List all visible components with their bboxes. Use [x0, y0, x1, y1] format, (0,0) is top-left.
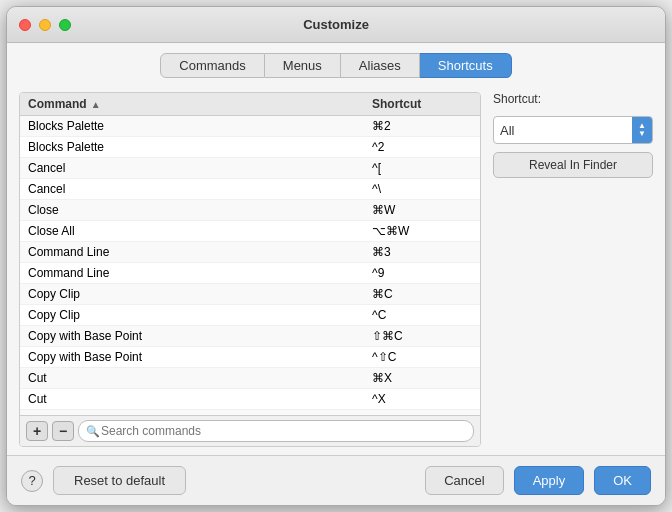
reset-default-button[interactable]: Reset to default [53, 466, 186, 495]
right-panel: Shortcut: All ▲ ▼ Reveal In Finder [493, 92, 653, 447]
tab-menus[interactable]: Menus [265, 53, 341, 78]
cell-shortcut: ⌘3 [372, 245, 472, 259]
remove-row-button[interactable]: − [52, 421, 74, 441]
cell-shortcut: ^X [372, 392, 472, 406]
dropdown-value: All [494, 120, 632, 141]
cell-command: Close All [28, 224, 372, 238]
cell-command: Blocks Palette [28, 119, 372, 133]
tabs-row: Commands Menus Aliases Shortcuts [7, 43, 665, 84]
cell-shortcut: ⌘X [372, 371, 472, 385]
cell-command: Cut [28, 392, 372, 406]
col-command-label: Command [28, 97, 87, 111]
cell-command: Command Line [28, 266, 372, 280]
add-row-button[interactable]: + [26, 421, 48, 441]
table-row[interactable]: Close ⌘W [20, 200, 480, 221]
cancel-button[interactable]: Cancel [425, 466, 503, 495]
cell-shortcut: ^C [372, 308, 472, 322]
minimize-button[interactable] [39, 19, 51, 31]
cell-shortcut: ⇧⌘C [372, 329, 472, 343]
cell-command: Cancel [28, 161, 372, 175]
table-footer: + − 🔍 [20, 415, 480, 446]
table-row[interactable]: Blocks Palette ⌘2 [20, 116, 480, 137]
window-title: Customize [303, 17, 369, 32]
cell-command: Copy with Base Point [28, 350, 372, 364]
tab-shortcuts[interactable]: Shortcuts [420, 53, 512, 78]
cell-command: Cancel [28, 182, 372, 196]
table-header: Command ▲ Shortcut [20, 93, 480, 116]
apply-button[interactable]: Apply [514, 466, 585, 495]
cell-command: Copy Clip [28, 287, 372, 301]
maximize-button[interactable] [59, 19, 71, 31]
cell-shortcut: ⌥⌘W [372, 224, 472, 238]
arrow-down-icon: ▼ [638, 130, 646, 138]
table-row[interactable]: Command Line ⌘3 [20, 242, 480, 263]
table-row[interactable]: Cut ⌘X [20, 368, 480, 389]
search-wrapper: 🔍 [78, 420, 474, 442]
table-row[interactable]: Cancel ^[ [20, 158, 480, 179]
cell-command: Copy Clip [28, 308, 372, 322]
cell-command: Copy with Base Point [28, 329, 372, 343]
cell-command: Command Line [28, 245, 372, 259]
cell-command: Close [28, 203, 372, 217]
customize-window: Customize Commands Menus Aliases Shortcu… [6, 6, 666, 506]
col-header-shortcut: Shortcut [372, 97, 472, 111]
ok-button[interactable]: OK [594, 466, 651, 495]
cell-shortcut: ^[ [372, 161, 472, 175]
close-button[interactable] [19, 19, 31, 31]
reveal-in-finder-button[interactable]: Reveal In Finder [493, 152, 653, 178]
table-row[interactable]: Blocks Palette ^2 [20, 137, 480, 158]
cell-shortcut: ⌘W [372, 203, 472, 217]
table-row[interactable]: Copy with Base Point ⇧⌘C [20, 326, 480, 347]
cell-shortcut: ⌘2 [372, 119, 472, 133]
cell-shortcut: ⌘C [372, 287, 472, 301]
tab-aliases[interactable]: Aliases [341, 53, 420, 78]
main-content: Command ▲ Shortcut Blocks Palette ⌘2 Blo… [7, 84, 665, 455]
table-row[interactable]: Copy Clip ^C [20, 305, 480, 326]
cell-shortcut: ^2 [372, 140, 472, 154]
table-row[interactable]: Cancel ^\ [20, 179, 480, 200]
table-row[interactable]: Command Line ^9 [20, 263, 480, 284]
shortcut-dropdown[interactable]: All ▲ ▼ [493, 116, 653, 144]
commands-table-panel: Command ▲ Shortcut Blocks Palette ⌘2 Blo… [19, 92, 481, 447]
search-input[interactable] [78, 420, 474, 442]
table-row[interactable]: Close All ⌥⌘W [20, 221, 480, 242]
cell-shortcut: ^9 [372, 266, 472, 280]
cell-command: Blocks Palette [28, 140, 372, 154]
titlebar: Customize [7, 7, 665, 43]
cell-shortcut: ^\ [372, 182, 472, 196]
sort-arrow-icon: ▲ [91, 99, 101, 110]
cell-shortcut: ^⇧C [372, 350, 472, 364]
traffic-lights [19, 19, 71, 31]
cell-command: Cut [28, 371, 372, 385]
table-row[interactable]: Copy with Base Point ^⇧C [20, 347, 480, 368]
shortcut-label: Shortcut: [493, 92, 653, 106]
bottom-bar: ? Reset to default Cancel Apply OK [7, 455, 665, 505]
table-body: Blocks Palette ⌘2 Blocks Palette ^2 Canc… [20, 116, 480, 415]
table-row[interactable]: Cut ^X [20, 389, 480, 410]
table-row[interactable]: Copy Clip ⌘C [20, 284, 480, 305]
dropdown-arrows[interactable]: ▲ ▼ [632, 117, 652, 143]
col-header-command: Command ▲ [28, 97, 372, 111]
help-button[interactable]: ? [21, 470, 43, 492]
tab-commands[interactable]: Commands [160, 53, 264, 78]
